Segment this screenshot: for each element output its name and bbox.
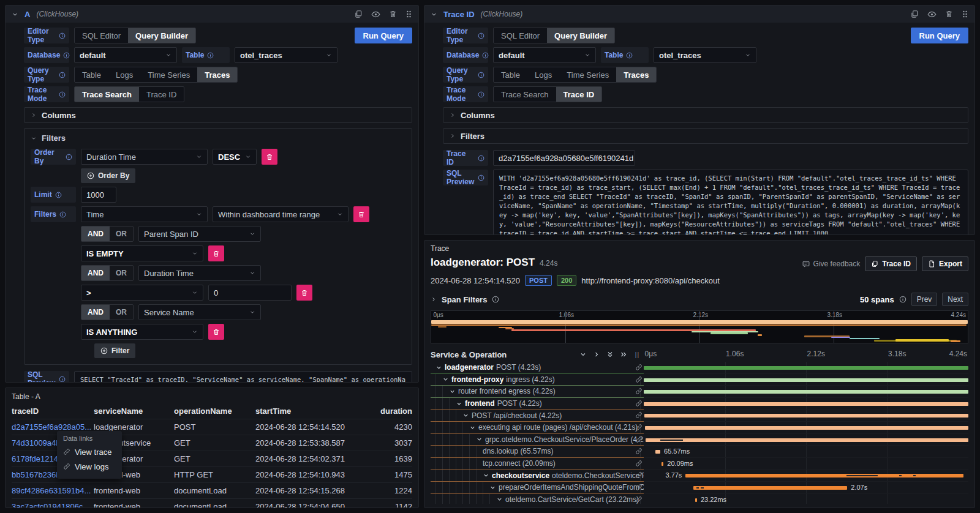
span-bar-cell[interactable] bbox=[644, 374, 968, 386]
cell-traceid[interactable]: d2a7155ef6a928a05... bbox=[12, 422, 94, 432]
span-duration-bar[interactable] bbox=[693, 486, 847, 490]
duplicate-query-icon[interactable] bbox=[354, 10, 363, 18]
or-option[interactable]: OR bbox=[110, 227, 133, 241]
table-select[interactable]: otel_traces bbox=[654, 47, 756, 63]
info-icon[interactable] bbox=[207, 52, 214, 59]
info-icon[interactable] bbox=[492, 296, 499, 303]
span-bar-cell[interactable] bbox=[644, 362, 968, 374]
trace-mode-id[interactable]: Trace ID bbox=[139, 87, 184, 102]
span-collapse-icon[interactable] bbox=[449, 388, 456, 395]
info-icon[interactable] bbox=[482, 52, 489, 59]
query-builder-option[interactable]: Query Builder bbox=[547, 28, 614, 43]
span-duration-bar[interactable] bbox=[644, 414, 968, 418]
view-logs-link[interactable]: View logs bbox=[63, 459, 116, 474]
time-filter-field-select[interactable]: Time bbox=[81, 206, 208, 222]
drag-handle-icon[interactable] bbox=[405, 10, 412, 18]
info-icon[interactable] bbox=[59, 211, 66, 218]
collapse-all-icon[interactable] bbox=[606, 351, 614, 358]
trace-id-input[interactable]: d2a7155ef6a928a05680e5ff6190241d bbox=[493, 150, 635, 166]
info-icon[interactable] bbox=[59, 72, 66, 78]
filter-field-select[interactable]: Parent Span ID bbox=[138, 226, 261, 242]
span-collapse-icon[interactable] bbox=[476, 436, 483, 443]
span-duration-bar[interactable] bbox=[644, 402, 968, 406]
trace-mode-search[interactable]: Trace Search bbox=[75, 87, 139, 102]
remove-filter-button[interactable] bbox=[296, 285, 312, 301]
span-link-icon[interactable] bbox=[635, 460, 643, 469]
span-collapse-icon[interactable] bbox=[435, 364, 442, 371]
span-duration-bar[interactable] bbox=[644, 390, 968, 394]
run-query-button[interactable]: Run Query bbox=[355, 28, 412, 43]
add-order-by-button[interactable]: Order By bbox=[81, 168, 135, 183]
prev-span-button[interactable]: Prev bbox=[911, 293, 938, 306]
info-icon[interactable] bbox=[899, 296, 907, 303]
span-link-icon[interactable] bbox=[635, 447, 643, 457]
span-name-cell[interactable]: loadgeneratorPOST (4.23s) bbox=[431, 362, 644, 374]
span-link-icon[interactable] bbox=[635, 400, 643, 409]
span-duration-bar[interactable] bbox=[644, 366, 968, 370]
span-link-icon[interactable] bbox=[635, 484, 643, 493]
column-resize-handle[interactable]: || bbox=[635, 351, 639, 358]
query-type-traces[interactable]: Traces bbox=[616, 67, 656, 82]
span-collapse-icon[interactable] bbox=[456, 400, 462, 407]
info-icon[interactable] bbox=[59, 32, 66, 39]
span-name-cell[interactable]: frontend-proxyingress (4.22s) bbox=[431, 374, 644, 386]
span-link-icon[interactable] bbox=[635, 364, 643, 373]
or-option[interactable]: OR bbox=[110, 266, 133, 280]
span-name-cell[interactable]: oteldemo.CartService/GetCart (23.22ms) bbox=[431, 494, 644, 504]
collapse-one-icon[interactable] bbox=[579, 351, 587, 358]
remove-filter-button[interactable] bbox=[208, 245, 224, 261]
span-link-icon[interactable] bbox=[635, 376, 643, 385]
span-bar-cell[interactable]: 23.22ms bbox=[644, 494, 968, 504]
info-icon[interactable] bbox=[478, 32, 484, 39]
time-filter-value-select[interactable]: Within dashboard time range bbox=[213, 206, 349, 222]
columns-section-toggle[interactable]: Columns bbox=[24, 107, 412, 123]
or-option[interactable]: OR bbox=[110, 305, 133, 320]
info-icon[interactable] bbox=[478, 155, 484, 162]
run-query-button[interactable]: Run Query bbox=[911, 28, 968, 43]
collapse-chevron-icon[interactable] bbox=[431, 11, 437, 18]
span-link-icon[interactable] bbox=[635, 496, 643, 504]
info-icon[interactable] bbox=[55, 192, 62, 198]
and-option[interactable]: AND bbox=[81, 305, 110, 320]
add-filter-button[interactable]: Filter bbox=[94, 343, 135, 358]
filters-section-toggle[interactable]: Filters bbox=[443, 128, 968, 144]
query-type-traces[interactable]: Traces bbox=[197, 67, 237, 82]
col-header-starttime[interactable]: startTime bbox=[255, 406, 361, 416]
view-trace-link[interactable]: View trace bbox=[63, 444, 116, 459]
span-duration-bar[interactable] bbox=[685, 474, 963, 477]
delete-query-icon[interactable] bbox=[389, 10, 397, 18]
sql-editor-option[interactable]: SQL Editor bbox=[494, 28, 547, 43]
span-bar-cell[interactable]: 20.09ms bbox=[644, 458, 968, 470]
filters-section-toggle[interactable]: Filters bbox=[31, 133, 405, 143]
trace-id-copy-button[interactable]: Trace ID bbox=[865, 256, 917, 271]
span-bar-cell[interactable]: 2.07s bbox=[644, 482, 968, 494]
expand-all-icon[interactable] bbox=[620, 351, 627, 358]
col-header-traceid[interactable]: traceID bbox=[12, 406, 94, 416]
table-select[interactable]: otel_traces bbox=[235, 47, 337, 63]
query-type-timeseries[interactable]: Time Series bbox=[140, 67, 197, 82]
next-span-button[interactable]: Next bbox=[942, 293, 968, 306]
remove-filter-button[interactable] bbox=[208, 324, 224, 340]
export-button[interactable]: Export bbox=[922, 256, 968, 271]
remove-time-filter-button[interactable] bbox=[353, 206, 369, 222]
and-option[interactable]: AND bbox=[81, 227, 110, 241]
span-filters-label[interactable]: Span Filters bbox=[442, 295, 487, 304]
span-duration-bar[interactable] bbox=[644, 378, 968, 382]
order-by-field-select[interactable]: Duration Time bbox=[81, 149, 208, 165]
duplicate-query-icon[interactable] bbox=[910, 10, 919, 18]
filter-operator-select[interactable]: IS EMPTY bbox=[81, 245, 203, 261]
span-name-cell[interactable]: dns.lookup (65.57ms) bbox=[431, 446, 644, 458]
filter-field-select[interactable]: Duration Time bbox=[138, 265, 261, 281]
query-type-timeseries[interactable]: Time Series bbox=[559, 67, 616, 82]
query-type-logs[interactable]: Logs bbox=[108, 67, 140, 82]
info-icon[interactable] bbox=[66, 154, 72, 160]
info-icon[interactable] bbox=[59, 376, 66, 383]
span-bar-cell[interactable]: 65.57ms bbox=[644, 446, 968, 458]
hide-query-eye-icon[interactable] bbox=[371, 10, 380, 19]
collapse-chevron-icon[interactable] bbox=[12, 11, 18, 18]
span-duration-bar[interactable] bbox=[646, 438, 968, 442]
hide-query-eye-icon[interactable] bbox=[927, 10, 937, 19]
trace-mode-id[interactable]: Trace ID bbox=[556, 87, 602, 102]
col-header-duration[interactable]: duration bbox=[361, 406, 412, 416]
remove-order-by-button[interactable] bbox=[262, 149, 277, 165]
